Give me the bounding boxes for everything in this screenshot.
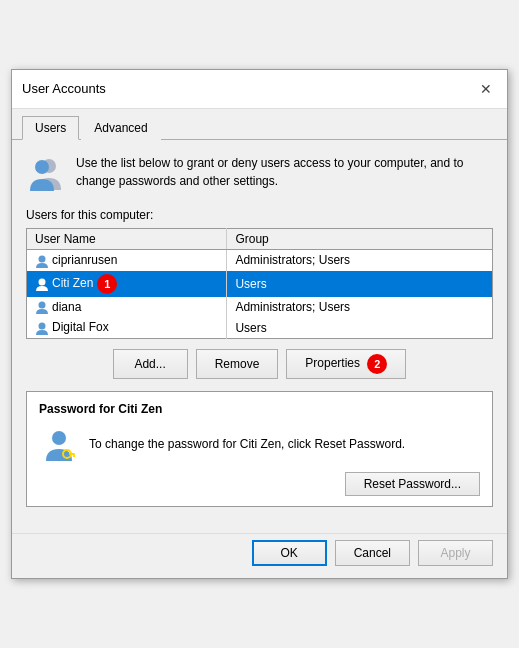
info-row: Use the list below to grant or deny user… [26, 154, 493, 194]
svg-point-4 [39, 302, 46, 309]
badge-1: 1 [97, 274, 117, 294]
apply-button[interactable]: Apply [418, 540, 493, 566]
ok-button[interactable]: OK [252, 540, 327, 566]
user-accounts-window: User Accounts ✕ Users Advanced [11, 69, 508, 579]
user-row-icon [35, 320, 52, 334]
password-btn-row: Reset Password... [39, 472, 480, 496]
table-row[interactable]: dianaAdministrators; Users [27, 297, 493, 318]
group-label: Users [227, 271, 493, 297]
group-label: Users [227, 317, 493, 338]
window-title: User Accounts [22, 81, 106, 96]
main-content: Use the list below to grant or deny user… [12, 140, 507, 531]
group-label: Administrators; Users [227, 249, 493, 270]
badge-2: 2 [367, 354, 387, 374]
table-row[interactable]: Citi Zen1Users [27, 271, 493, 297]
reset-password-button[interactable]: Reset Password... [345, 472, 480, 496]
tab-advanced[interactable]: Advanced [81, 116, 160, 140]
user-row-icon [35, 276, 52, 290]
table-buttons: Add... Remove Properties 2 [26, 349, 493, 379]
info-text: Use the list below to grant or deny user… [76, 154, 493, 190]
password-title: Password for Citi Zen [39, 402, 480, 416]
password-text: To change the password for Citi Zen, cli… [89, 437, 480, 451]
properties-button[interactable]: Properties 2 [286, 349, 406, 379]
user-table: User Name Group ciprianrusenAdministrato… [26, 228, 493, 339]
tab-bar: Users Advanced [12, 109, 507, 140]
users-icon [26, 154, 66, 194]
add-button[interactable]: Add... [113, 349, 188, 379]
password-icon [39, 424, 79, 464]
section-label: Users for this computer: [26, 208, 493, 222]
table-row[interactable]: ciprianrusenAdministrators; Users [27, 249, 493, 270]
svg-rect-9 [73, 455, 75, 457]
username-label: Citi Zen [52, 276, 93, 290]
username-label: Digital Fox [52, 320, 109, 334]
table-row[interactable]: Digital FoxUsers [27, 317, 493, 338]
user-row-icon [35, 253, 52, 267]
svg-point-1 [35, 160, 49, 174]
password-section: Password for Citi Zen To change the pass… [26, 391, 493, 507]
remove-button[interactable]: Remove [196, 349, 279, 379]
bottom-buttons: OK Cancel Apply [12, 533, 507, 578]
tab-users[interactable]: Users [22, 116, 79, 140]
svg-rect-8 [69, 453, 75, 455]
col-group: Group [227, 228, 493, 249]
user-row-icon [35, 300, 52, 314]
svg-point-5 [39, 323, 46, 330]
group-label: Administrators; Users [227, 297, 493, 318]
svg-point-6 [52, 431, 66, 445]
cancel-button[interactable]: Cancel [335, 540, 410, 566]
svg-point-3 [39, 278, 46, 285]
close-button[interactable]: ✕ [475, 78, 497, 100]
username-label: ciprianrusen [52, 253, 117, 267]
password-row: To change the password for Citi Zen, cli… [39, 424, 480, 464]
title-bar: User Accounts ✕ [12, 70, 507, 109]
username-label: diana [52, 300, 81, 314]
svg-point-2 [39, 255, 46, 262]
col-username: User Name [27, 228, 227, 249]
